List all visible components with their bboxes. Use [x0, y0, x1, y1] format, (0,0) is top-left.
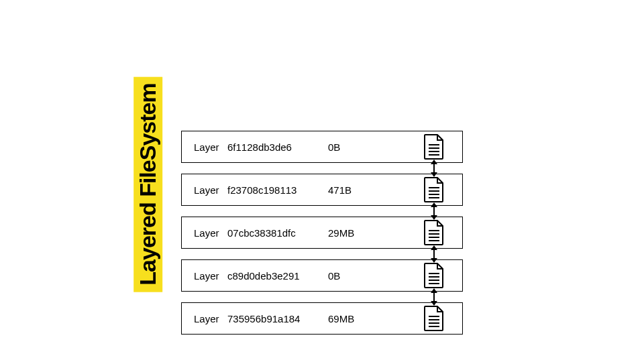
- layer-hash: c89d0deb3e291: [227, 270, 328, 282]
- layer-hash: 6f1128db3de6: [227, 141, 328, 153]
- arrow-down-icon: [431, 301, 437, 306]
- layer-row: Layer c89d0deb3e291 0B: [181, 259, 463, 292]
- arrow-up-icon: [431, 288, 437, 293]
- layer-row: Layer 07cbc38381dfc 29MB: [181, 217, 463, 249]
- arrow-up-icon: [431, 202, 437, 207]
- layer-hash: 735956b91a184: [227, 313, 328, 324]
- file-icon: [423, 220, 445, 245]
- layer-size: 0B: [328, 270, 375, 282]
- diagram-title: Layered FileSystem: [133, 76, 162, 292]
- layer-word: Layer: [194, 313, 227, 324]
- layer-connector: [433, 289, 435, 305]
- layer-size: 0B: [328, 141, 375, 153]
- layer-word: Layer: [194, 184, 227, 196]
- file-icon: [423, 177, 445, 202]
- layer-row: Layer 6f1128db3de6 0B: [181, 131, 463, 163]
- layer-row: Layer 735956b91a184 69MB: [181, 302, 463, 335]
- file-icon: [423, 263, 445, 288]
- layer-hash: f23708c198113: [227, 184, 328, 196]
- layer-row: Layer f23708c198113 471B: [181, 174, 463, 206]
- arrow-down-icon: [431, 258, 437, 263]
- layer-hash: 07cbc38381dfc: [227, 227, 328, 239]
- arrow-up-icon: [431, 160, 437, 164]
- layer-word: Layer: [194, 227, 227, 239]
- layer-word: Layer: [194, 141, 227, 153]
- arrow-up-icon: [431, 245, 437, 250]
- arrow-down-icon: [431, 172, 437, 177]
- layer-size: 29MB: [328, 227, 375, 239]
- layer-size: 471B: [328, 184, 375, 196]
- layer-connector: [433, 160, 435, 176]
- layer-stack: Layer 6f1128db3de6 0B Layer f23708c19811…: [181, 131, 463, 345]
- layer-connector: [433, 246, 435, 262]
- layer-connector: [433, 203, 435, 219]
- layer-size: 69MB: [328, 313, 375, 324]
- file-icon: [423, 134, 445, 160]
- arrow-down-icon: [431, 215, 437, 220]
- file-icon: [423, 306, 445, 331]
- layer-word: Layer: [194, 270, 227, 282]
